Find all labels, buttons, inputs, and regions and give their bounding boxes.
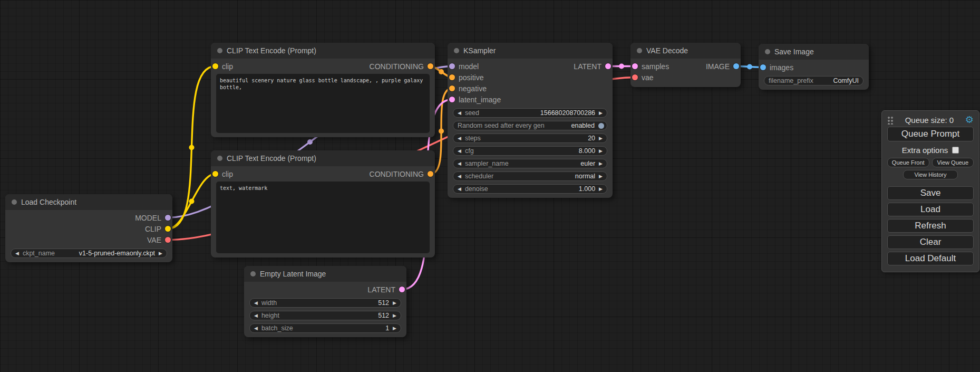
node-load-checkpoint[interactable]: Load Checkpoint MODEL CLIP VAE ◀ ckpt_na… xyxy=(5,194,172,262)
decrement-arrow-icon[interactable]: ◀ xyxy=(458,111,461,116)
node-titlebar[interactable]: Load Checkpoint xyxy=(5,194,172,210)
steps-widget[interactable]: ◀ steps 20 ▶ xyxy=(453,133,607,143)
node-titlebar[interactable]: Save Image xyxy=(759,44,869,60)
collapse-dot[interactable] xyxy=(637,48,642,53)
widget-label: height xyxy=(261,312,279,319)
widget-value: 156680208700286 xyxy=(540,109,595,117)
node-titlebar[interactable]: VAE Decode xyxy=(630,43,741,59)
height-widget[interactable]: ◀ height 512 ▶ xyxy=(249,311,401,320)
output-port-latent[interactable] xyxy=(399,287,405,292)
input-port-images[interactable] xyxy=(760,64,766,70)
view-history-button[interactable]: View History xyxy=(903,170,958,179)
save-button[interactable]: Save xyxy=(887,186,974,200)
increment-arrow-icon[interactable]: ▶ xyxy=(159,251,162,256)
node-titlebar[interactable]: KSampler xyxy=(448,43,613,59)
increment-arrow-icon[interactable]: ▶ xyxy=(599,161,603,166)
increment-arrow-icon[interactable]: ▶ xyxy=(393,313,396,318)
scheduler-widget[interactable]: ◀ scheduler normal ▶ xyxy=(453,171,607,181)
clear-button[interactable]: Clear xyxy=(887,235,974,249)
refresh-button[interactable]: Refresh xyxy=(887,219,974,233)
increment-arrow-icon[interactable]: ▶ xyxy=(393,326,396,331)
decrement-arrow-icon[interactable]: ◀ xyxy=(15,251,19,256)
decrement-arrow-icon[interactable]: ◀ xyxy=(458,149,461,154)
queue-menu-panel: Queue size: 0 ⚙ Queue Prompt Extra optio… xyxy=(881,110,979,272)
collapse-dot[interactable] xyxy=(12,199,17,205)
input-port-clip[interactable] xyxy=(212,171,218,177)
queue-front-button[interactable]: Queue Front xyxy=(887,158,929,167)
increment-arrow-icon[interactable]: ▶ xyxy=(599,174,603,179)
widget-value: enabled xyxy=(571,122,595,129)
widget-value: 1 xyxy=(385,325,389,332)
node-graph-canvas[interactable]: Load Checkpoint MODEL CLIP VAE ◀ ckpt_na… xyxy=(0,0,980,372)
widget-label: steps xyxy=(465,135,481,142)
increment-arrow-icon[interactable]: ▶ xyxy=(599,187,603,192)
increment-arrow-icon[interactable]: ▶ xyxy=(599,136,603,141)
view-queue-button[interactable]: View Queue xyxy=(932,158,974,167)
random-seed-toggle-widget[interactable]: Random seed after every gen enabled xyxy=(453,121,607,130)
extra-options-checkbox[interactable] xyxy=(952,147,959,154)
decrement-arrow-icon[interactable]: ◀ xyxy=(458,136,461,141)
ckpt-name-widget[interactable]: ◀ ckpt_name v1-5-pruned-emaonly.ckpt ▶ xyxy=(11,249,167,258)
collapse-dot[interactable] xyxy=(217,48,222,53)
node-empty-latent-image[interactable]: Empty Latent Image LATENT ◀ width 512 ▶ … xyxy=(244,266,406,337)
output-port-model[interactable] xyxy=(165,215,171,221)
node-save-image[interactable]: Save Image images filename_prefix ComfyU… xyxy=(759,44,869,90)
output-port-vae[interactable] xyxy=(165,237,171,243)
filename-prefix-widget[interactable]: filename_prefix ComfyUI xyxy=(764,76,863,85)
cfg-widget[interactable]: ◀ cfg 8.000 ▶ xyxy=(453,146,607,156)
widget-value: 1.000 xyxy=(579,185,595,193)
input-port-negative[interactable] xyxy=(449,85,455,91)
increment-arrow-icon[interactable]: ▶ xyxy=(393,301,396,306)
decrement-arrow-icon[interactable]: ◀ xyxy=(254,326,258,331)
queue-prompt-button[interactable]: Queue Prompt xyxy=(887,127,974,141)
node-title: Save Image xyxy=(774,47,814,56)
decrement-arrow-icon[interactable]: ◀ xyxy=(458,161,461,166)
node-clip-text-encode-positive[interactable]: CLIP Text Encode (Prompt) clip CONDITION… xyxy=(211,43,435,137)
output-port-latent[interactable] xyxy=(605,63,611,69)
input-label-images: images xyxy=(770,63,793,72)
input-port-latent-image[interactable] xyxy=(449,97,455,102)
node-titlebar[interactable]: CLIP Text Encode (Prompt) xyxy=(211,150,435,166)
input-port-model[interactable] xyxy=(449,63,455,69)
widget-value: 512 xyxy=(378,312,389,319)
denoise-widget[interactable]: ◀ denoise 1.000 ▶ xyxy=(453,184,607,194)
input-port-samples[interactable] xyxy=(632,63,638,69)
input-label-positive: positive xyxy=(459,73,483,82)
output-port-clip[interactable] xyxy=(165,226,171,232)
decrement-arrow-icon[interactable]: ◀ xyxy=(254,313,258,318)
width-widget[interactable]: ◀ width 512 ▶ xyxy=(249,298,401,308)
output-port-image[interactable] xyxy=(733,63,739,69)
sampler-name-widget[interactable]: ◀ sampler_name euler ▶ xyxy=(453,159,607,168)
settings-gear-icon[interactable]: ⚙ xyxy=(965,115,974,125)
collapse-dot[interactable] xyxy=(217,156,222,161)
input-port-clip[interactable] xyxy=(212,63,218,69)
node-titlebar[interactable]: Empty Latent Image xyxy=(244,266,406,282)
increment-arrow-icon[interactable]: ▶ xyxy=(599,149,603,154)
seed-widget[interactable]: ◀ seed 156680208700286 ▶ xyxy=(453,108,607,118)
input-port-positive[interactable] xyxy=(449,74,455,80)
toggle-indicator[interactable] xyxy=(598,123,604,129)
link-midpoint-dot xyxy=(307,139,313,145)
menu-drag-handle-icon[interactable] xyxy=(887,116,894,125)
collapse-dot[interactable] xyxy=(765,49,770,54)
widget-label: Random seed after every gen xyxy=(458,122,545,129)
node-titlebar[interactable]: CLIP Text Encode (Prompt) xyxy=(211,43,435,59)
output-port-conditioning[interactable] xyxy=(428,171,433,177)
batch-size-widget[interactable]: ◀ batch_size 1 ▶ xyxy=(249,323,401,333)
node-clip-text-encode-negative[interactable]: CLIP Text Encode (Prompt) clip CONDITION… xyxy=(211,150,435,257)
input-port-vae[interactable] xyxy=(632,74,638,80)
decrement-arrow-icon[interactable]: ◀ xyxy=(458,174,461,179)
load-button[interactable]: Load xyxy=(887,203,974,216)
positive-prompt-textarea[interactable]: beautiful scenery nature glass bottle la… xyxy=(216,74,430,133)
increment-arrow-icon[interactable]: ▶ xyxy=(599,111,603,116)
decrement-arrow-icon[interactable]: ◀ xyxy=(458,187,461,192)
node-vae-decode[interactable]: VAE Decode samples IMAGE vae xyxy=(630,43,741,87)
decrement-arrow-icon[interactable]: ◀ xyxy=(254,301,258,306)
collapse-dot[interactable] xyxy=(250,271,256,276)
load-default-button[interactable]: Load Default xyxy=(887,252,974,265)
negative-prompt-textarea[interactable]: text, watermark xyxy=(216,182,430,253)
widget-value: 20 xyxy=(588,135,595,142)
collapse-dot[interactable] xyxy=(454,48,459,53)
node-ksampler[interactable]: KSampler model LATENT positive negative … xyxy=(448,43,613,198)
output-port-conditioning[interactable] xyxy=(428,63,433,69)
